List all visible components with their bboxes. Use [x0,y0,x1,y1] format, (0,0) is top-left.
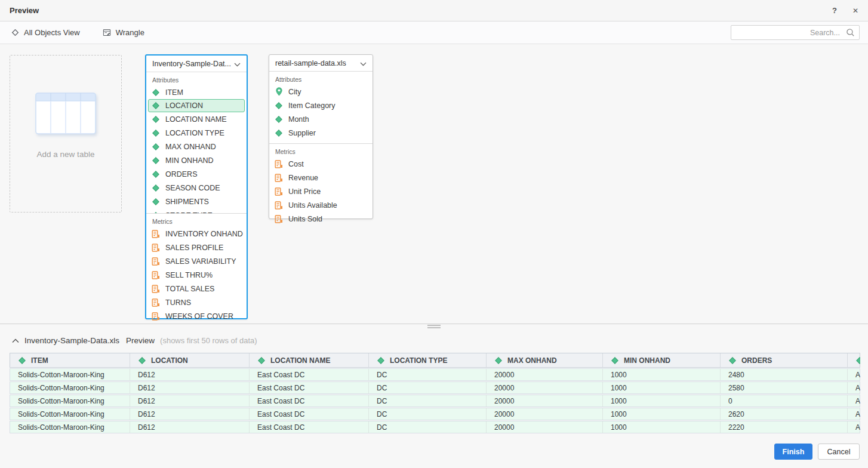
object-item-max-onhand[interactable]: MAX ONHAND [146,140,247,153]
object-item-supplier[interactable]: Supplier [269,126,373,140]
object-item-store-type[interactable]: STORE TYPE [146,208,247,213]
object-item-orders[interactable]: ORDERS [146,167,247,181]
object-item-inventory-onhand[interactable]: INVENTORY ONHAND [146,227,247,241]
title-bar: Preview ? ✕ [0,0,868,21]
column-header-item[interactable]: ITEM [10,353,130,367]
object-item-location[interactable]: LOCATION [148,99,245,112]
object-item-location-name[interactable]: LOCATION NAME [146,112,247,126]
table-cell: D612 [130,395,250,407]
object-item-label: ORDERS [165,170,197,178]
preview-table-header-row: ITEMLOCATIONLOCATION NAMELOCATION TYPEMA… [10,353,860,368]
close-icon[interactable]: ✕ [852,7,858,14]
object-item-total-sales[interactable]: TOTAL SALES [146,282,247,295]
object-item-season-code[interactable]: SEASON CODE [146,181,247,195]
object-item-location-type[interactable]: LOCATION TYPE [146,126,247,140]
table-row[interactable]: Solids-Cotton-Maroon-KingD612East Coast … [10,421,860,433]
column-header-location-name[interactable]: LOCATION NAME [250,353,369,367]
inventory-table-select[interactable]: Inventory-Sample-Dat... [146,56,247,72]
object-item-month[interactable]: Month [269,112,373,126]
table-row[interactable]: Solids-Cotton-Maroon-KingD612East Coast … [10,368,860,381]
table-cell: Solids-Cotton-Maroon-King [10,408,130,420]
attribute-diamond-icon [257,357,266,364]
chevron-down-icon [234,59,241,69]
attribute-diamond-icon [152,116,160,123]
object-item-shipments[interactable]: SHIPMENTS [146,195,247,208]
object-item-label: Month [288,115,309,124]
table-cell: 2220 [721,421,848,433]
table-cell: 1000 [603,408,721,420]
column-header-label: MAX ONHAND [507,356,557,365]
table-cell: DC [369,408,487,420]
object-item-item[interactable]: ITEM [146,85,247,99]
object-item-min-onhand[interactable]: MIN ONHAND [146,153,247,167]
object-item-revenue[interactable]: Revenue [269,171,373,184]
help-icon[interactable]: ? [832,7,837,14]
column-header-label: LOCATION [151,356,188,365]
metric-icon [152,244,160,252]
object-item-cost[interactable]: Cost [269,157,373,171]
table-cell: All [848,395,860,407]
attribute-diamond-icon [152,157,160,164]
preview-header: Inventory-Sample-Data.xls Preview (shows… [0,329,868,346]
object-item-sell-thru[interactable]: SELL THRU% [146,268,247,282]
column-header-orders[interactable]: ORDERS [721,353,848,367]
metric-icon [152,312,160,321]
column-header-max-onhand[interactable]: MAX ONHAND [487,353,603,367]
splitter-drag-handle[interactable] [427,325,441,328]
metrics-section-label: Metrics [146,214,247,227]
object-item-city[interactable]: City [269,85,373,98]
metrics-section-label: Metrics [269,144,373,157]
column-header-clipped[interactable] [848,353,860,367]
table-cell: 20000 [487,395,603,407]
finish-button[interactable]: Finish [774,444,812,460]
table-cell: East Coast DC [250,395,369,407]
metric-icon [152,298,160,307]
object-item-label: SALES VARIABILITY [165,257,236,266]
search-input[interactable] [731,25,860,40]
object-item-weeks-of-cover[interactable]: WEEKS OF COVER [146,309,247,323]
inventory-metrics-list: INVENTORY ONHANDSALES PROFILESALES VARIA… [146,227,247,323]
object-item-label: LOCATION [165,101,203,110]
object-item-units-available[interactable]: Units Available [269,198,373,212]
object-item-label: Units Available [288,201,337,210]
object-item-unit-price[interactable]: Unit Price [269,184,373,198]
object-item-units-sold[interactable]: Units Sold [269,212,373,226]
table-cell: 2620 [721,408,848,420]
object-item-sales-variability[interactable]: SALES VARIABILITY [146,254,247,268]
cancel-button[interactable]: Cancel [818,444,860,460]
object-item-label: City [288,88,301,96]
table-row[interactable]: Solids-Cotton-Maroon-KingD612East Coast … [10,395,860,407]
inventory-attributes-scroll[interactable]: Attributes ITEMLOCATIONLOCATION NAMELOCA… [146,72,247,213]
object-item-label: WEEKS OF COVER [165,312,233,321]
object-item-turns[interactable]: TURNS [146,295,247,309]
collapse-chevron-icon[interactable] [12,335,19,346]
retail-metrics-block: Metrics CostRevenueUnit PriceUnits Avail… [269,143,373,226]
page-title: Preview [10,6,39,15]
attribute-diamond-icon [275,130,283,137]
metric-icon [152,257,160,266]
object-item-item-category[interactable]: Item Category [269,98,373,112]
add-new-table-dropzone[interactable]: Add a new table [10,55,122,213]
table-cell: East Coast DC [250,369,369,380]
column-header-location-type[interactable]: LOCATION TYPE [369,353,487,367]
column-header-min-onhand[interactable]: MIN ONHAND [603,353,721,367]
attribute-diamond-icon [152,171,160,178]
all-objects-view-button[interactable]: All Objects View [11,28,80,37]
preview-section: Inventory-Sample-Data.xls Preview (shows… [0,329,868,433]
column-header-location[interactable]: LOCATION [130,353,250,367]
object-item-label: MAX ONHAND [165,143,216,151]
retail-table-select[interactable]: retail-sample-data.xls [269,55,373,72]
retail-attributes-list: CityItem CategoryMonthSupplier [269,85,373,143]
table-cell: 1000 [603,369,721,380]
search-box [731,25,860,40]
table-cell: 1000 [603,421,721,433]
canvas-area: Add a new table Inventory-Sample-Dat... … [0,44,868,324]
wrangle-button[interactable]: Wrangle [103,28,144,37]
table-cell: All [848,382,860,393]
metric-icon [275,187,283,196]
object-item-sales-profile[interactable]: SALES PROFILE [146,241,247,254]
table-row[interactable]: Solids-Cotton-Maroon-KingD612East Coast … [10,381,860,394]
table-cell: East Coast DC [250,421,369,433]
table-row[interactable]: Solids-Cotton-Maroon-KingD612East Coast … [10,408,860,420]
table-cell: East Coast DC [250,382,369,393]
